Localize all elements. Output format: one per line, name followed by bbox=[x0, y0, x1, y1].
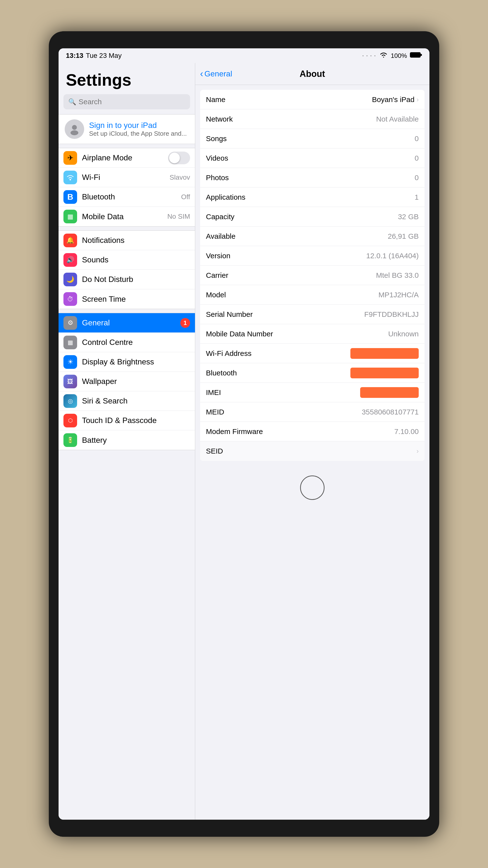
sidebar-item-airplane[interactable]: ✈ Airplane Mode bbox=[59, 148, 195, 168]
back-button[interactable]: ‹ General bbox=[200, 69, 232, 79]
search-input[interactable] bbox=[78, 98, 185, 106]
wifi-value: Slavov bbox=[170, 174, 190, 181]
sidebar-item-wallpaper[interactable]: 🖼 Wallpaper bbox=[59, 372, 195, 391]
about-wifiaddress-label: Wi-Fi Address bbox=[206, 349, 350, 358]
about-model-value: MP1J2HC/A bbox=[379, 291, 419, 299]
status-time: 13:13 bbox=[66, 52, 84, 60]
about-row-serialnumber: Serial Number F9FTDDBKHLJJ bbox=[200, 305, 425, 324]
sidebar-item-battery[interactable]: 🔋 Battery bbox=[59, 430, 195, 450]
about-network-value: Not Available bbox=[376, 115, 419, 123]
about-row-model: Model MP1J2HC/A bbox=[200, 285, 425, 305]
about-videos-label: Videos bbox=[206, 154, 415, 162]
notifications-label: Notifications bbox=[82, 236, 190, 245]
sidebar-item-controlcentre[interactable]: ▦ Control Centre bbox=[59, 333, 195, 352]
svg-point-2 bbox=[72, 125, 77, 130]
donotdisturb-icon: 🌙 bbox=[63, 273, 77, 286]
about-meid-label: MEID bbox=[206, 408, 362, 416]
settings-title: Settings bbox=[59, 63, 195, 94]
mobiledata-icon: ▦ bbox=[63, 210, 77, 223]
about-seid-value: › bbox=[417, 447, 419, 455]
about-applications-value: 1 bbox=[415, 193, 419, 202]
sidebar-item-mobiledata[interactable]: ▦ Mobile Data No SIM bbox=[59, 207, 195, 226]
sidebar-item-general[interactable]: ⚙ General 1 bbox=[59, 313, 195, 333]
battery-icon bbox=[410, 52, 422, 60]
airplane-icon: ✈ bbox=[63, 151, 77, 165]
search-icon: 🔍 bbox=[68, 98, 76, 106]
signal-icon: · · · · bbox=[362, 53, 376, 59]
home-button[interactable] bbox=[300, 475, 325, 500]
tablet-device: 13:13 Tue 23 May · · · · 100% bbox=[49, 31, 439, 837]
touchid-label: Touch ID & Passcode bbox=[82, 416, 190, 425]
about-row-photos: Photos 0 bbox=[200, 168, 425, 187]
sidebar-item-sounds[interactable]: 🔊 Sounds bbox=[59, 250, 195, 270]
airplane-toggle[interactable] bbox=[168, 152, 190, 164]
status-right-icons: · · · · 100% bbox=[362, 52, 422, 60]
about-row-network: Network Not Available bbox=[200, 110, 425, 129]
about-available-label: Available bbox=[206, 232, 388, 241]
about-section: Name Boyan's iPad › Network Not Availabl… bbox=[200, 90, 425, 461]
sidebar-item-displaybrightness[interactable]: ☀ Display & Brightness bbox=[59, 352, 195, 372]
general-label: General bbox=[82, 318, 178, 327]
battery-settings-icon: 🔋 bbox=[63, 433, 77, 447]
sidebar-item-screentime[interactable]: ⏱ Screen Time bbox=[59, 289, 195, 309]
about-modemfirmware-label: Modem Firmware bbox=[206, 427, 394, 436]
about-videos-value: 0 bbox=[415, 154, 419, 162]
about-row-available: Available 26,91 GB bbox=[200, 226, 425, 246]
search-bar[interactable]: 🔍 bbox=[63, 94, 190, 110]
account-row[interactable]: Sign in to your iPad Set up iCloud, the … bbox=[59, 114, 195, 144]
about-row-name[interactable]: Name Boyan's iPad › bbox=[200, 90, 425, 110]
battery-label: Battery bbox=[82, 436, 190, 445]
about-name-value: Boyan's iPad › bbox=[372, 95, 419, 104]
about-seid-label: SEID bbox=[206, 447, 417, 455]
avatar bbox=[65, 119, 84, 139]
siri-label: Siri & Search bbox=[82, 396, 190, 405]
about-imei-label: IMEI bbox=[206, 389, 360, 397]
back-label: General bbox=[204, 69, 232, 79]
chevron-icon: › bbox=[417, 96, 419, 103]
about-row-carrier: Carrier Mtel BG 33.0 bbox=[200, 266, 425, 285]
about-row-modemfirmware: Modem Firmware 7.10.00 bbox=[200, 422, 425, 441]
controlcentre-icon: ▦ bbox=[63, 336, 77, 349]
svg-rect-0 bbox=[410, 53, 420, 57]
bluetooth-address-redacted bbox=[350, 368, 419, 378]
about-version-label: Version bbox=[206, 252, 366, 260]
about-capacity-value: 32 GB bbox=[398, 213, 419, 221]
sidebar-item-bluetooth[interactable]: B Bluetooth Off bbox=[59, 187, 195, 207]
sidebar-item-donotdisturb[interactable]: 🌙 Do Not Disturb bbox=[59, 270, 195, 289]
sidebar-item-touchid[interactable]: ⬡ Touch ID & Passcode bbox=[59, 411, 195, 430]
bluetooth-value: Off bbox=[181, 193, 190, 201]
wallpaper-label: Wallpaper bbox=[82, 377, 190, 386]
touchid-icon: ⬡ bbox=[63, 414, 77, 427]
general-icon: ⚙ bbox=[63, 316, 77, 330]
controlcentre-label: Control Centre bbox=[82, 338, 190, 347]
svg-point-4 bbox=[69, 179, 71, 180]
about-available-value: 26,91 GB bbox=[388, 232, 419, 241]
toggle-thumb bbox=[169, 153, 180, 163]
about-row-applications: Applications 1 bbox=[200, 187, 425, 207]
mobiledata-value: No SIM bbox=[167, 213, 190, 220]
about-panel-inner: ‹ General About Name Boyan's iPad › bbox=[195, 63, 429, 471]
about-version-value: 12.0.1 (16A404) bbox=[366, 252, 419, 260]
status-date: Tue 23 May bbox=[86, 52, 122, 60]
about-photos-value: 0 bbox=[415, 174, 419, 182]
screentime-label: Screen Time bbox=[82, 294, 190, 304]
about-row-mobiledatanumber: Mobile Data Number Unknown bbox=[200, 324, 425, 344]
about-network-label: Network bbox=[206, 115, 376, 123]
svg-rect-1 bbox=[421, 54, 422, 56]
about-row-wifiaddress: Wi-Fi Address bbox=[200, 344, 425, 363]
about-capacity-label: Capacity bbox=[206, 213, 398, 221]
account-name: Sign in to your iPad bbox=[89, 121, 187, 130]
sidebar-item-siri[interactable]: ◎ Siri & Search bbox=[59, 391, 195, 411]
bluetooth-icon: B bbox=[63, 190, 77, 204]
about-row-bluetooth-address: Bluetooth bbox=[200, 363, 425, 383]
screentime-icon: ⏱ bbox=[63, 292, 77, 306]
about-panel: ‹ General About Name Boyan's iPad › bbox=[195, 63, 429, 820]
imei-redacted bbox=[360, 387, 419, 398]
sidebar-item-notifications[interactable]: 🔔 Notifications bbox=[59, 231, 195, 250]
about-row-seid[interactable]: SEID › bbox=[200, 441, 425, 461]
section-general: ⚙ General 1 ▦ Control Centre ☀ Display &… bbox=[59, 313, 195, 450]
sounds-label: Sounds bbox=[82, 255, 190, 265]
about-row-capacity: Capacity 32 GB bbox=[200, 207, 425, 226]
bluetooth-label: Bluetooth bbox=[82, 192, 181, 202]
sidebar-item-wifi[interactable]: Wi-Fi Slavov bbox=[59, 168, 195, 187]
